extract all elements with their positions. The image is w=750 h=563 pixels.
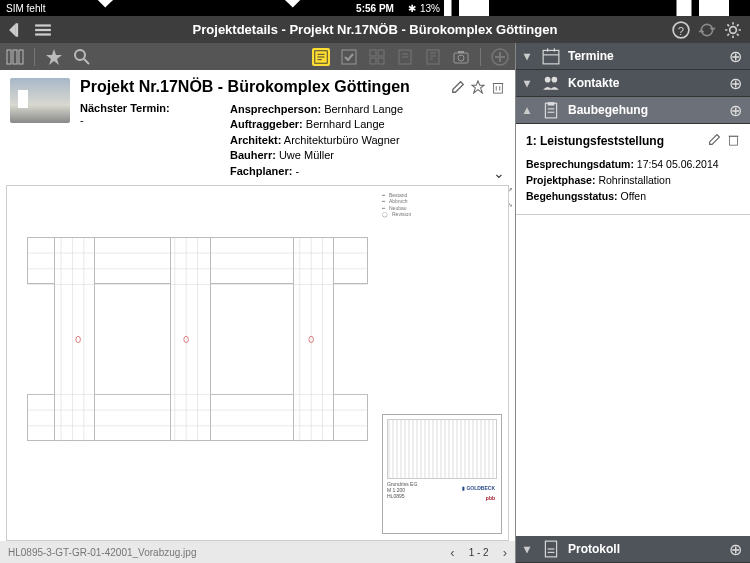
contacts-icon xyxy=(542,74,560,92)
add-kontakt-icon[interactable]: ⊕ xyxy=(729,74,742,93)
add-begehung-icon[interactable]: ⊕ xyxy=(729,101,742,120)
expand-chevron-icon[interactable]: ⌄ xyxy=(493,165,505,181)
svg-rect-21 xyxy=(378,50,384,56)
tool-grid-icon[interactable] xyxy=(368,48,386,66)
svg-rect-11 xyxy=(13,50,17,64)
svg-point-60 xyxy=(545,77,551,83)
ios-status-bar: SIM fehlt 5:56 PM ✱ 13% xyxy=(0,0,750,16)
svg-point-53 xyxy=(76,336,81,342)
svg-line-14 xyxy=(84,59,89,64)
tool-camera-icon[interactable] xyxy=(452,48,470,66)
svg-rect-4 xyxy=(35,24,51,26)
plan-pager: HL0895-3-GT-GR-01-42001_Vorabzug.jpg ‹ 1… xyxy=(0,541,515,563)
tool-attach-icon[interactable] xyxy=(424,48,442,66)
project-title: Projekt Nr.17NÖB - Bürokomplex Göttingen xyxy=(80,78,445,96)
next-date-label: Nächster Termin: xyxy=(80,102,170,114)
delete-begehung-icon[interactable] xyxy=(727,132,740,150)
svg-rect-23 xyxy=(378,58,384,64)
section-kontakte[interactable]: ▾ Kontakte ⊕ xyxy=(516,70,750,97)
svg-rect-10 xyxy=(7,50,11,64)
section-termine[interactable]: ▾ Termine ⊕ xyxy=(516,43,750,70)
edit-icon[interactable] xyxy=(451,80,465,94)
svg-text:?: ? xyxy=(678,24,684,36)
svg-rect-19 xyxy=(342,50,356,64)
plan-legend: ━Bestand ━Abbruch ━Neubau ◯Revision xyxy=(382,192,502,272)
bluetooth-icon: ✱ xyxy=(408,3,416,14)
nav-back-icon[interactable] xyxy=(8,21,26,39)
star-icon[interactable] xyxy=(471,80,485,94)
project-info-panel: Projekt Nr.17NÖB - Bürokomplex Göttingen… xyxy=(0,70,515,183)
svg-rect-56 xyxy=(543,50,559,64)
carrier-text: SIM fehlt xyxy=(6,3,45,14)
svg-rect-63 xyxy=(548,102,555,105)
begehung-details: 1: Leistungsfeststellung Besprechungsdat… xyxy=(516,124,750,215)
plan-filename: HL0895-3-GT-GR-01-42001_Vorabzug.jpg xyxy=(8,547,440,558)
svg-rect-20 xyxy=(370,50,376,56)
svg-point-9 xyxy=(730,26,737,33)
page-title: Projektdetails - Projekt Nr.17NÖB - Büro… xyxy=(193,22,558,37)
svg-rect-12 xyxy=(19,50,23,64)
begehung-title: 1: Leistungsfeststellung xyxy=(526,134,702,148)
pager-prev-icon[interactable]: ‹ xyxy=(450,545,454,560)
svg-rect-27 xyxy=(427,50,439,64)
svg-rect-5 xyxy=(35,28,51,30)
section-protokoll[interactable]: ▾ Protokoll ⊕ xyxy=(516,536,750,563)
sync-icon[interactable] xyxy=(698,21,716,39)
calendar-icon xyxy=(542,47,560,65)
section-baubegehung[interactable]: ▴ Baubegehung ⊕ xyxy=(516,97,750,124)
app-header: Projektdetails - Projekt Nr.17NÖB - Büro… xyxy=(0,16,750,43)
document-icon xyxy=(542,540,560,558)
delete-icon[interactable] xyxy=(491,80,505,94)
chevron-up-icon: ▴ xyxy=(524,103,534,117)
pager-page: 1 - 2 xyxy=(469,547,489,558)
battery-percent: 13% xyxy=(420,3,440,14)
plan-titleblock: ▮ GOLDBECK pbb Grundriss EGM 1:200HL0895 xyxy=(382,414,502,534)
tool-note-icon[interactable] xyxy=(312,48,330,66)
svg-rect-66 xyxy=(729,136,737,145)
settings-icon[interactable] xyxy=(724,21,742,39)
tool-check-icon[interactable] xyxy=(340,48,358,66)
next-date-value: - xyxy=(80,114,84,126)
svg-rect-6 xyxy=(35,33,51,35)
chevron-down-icon: ▾ xyxy=(524,542,534,556)
chevron-down-icon: ▾ xyxy=(524,49,534,63)
plan-viewer[interactable]: ⤢ ⤡ xyxy=(0,183,515,541)
svg-rect-22 xyxy=(370,58,376,64)
project-thumbnail[interactable] xyxy=(10,78,70,123)
add-protokoll-icon[interactable]: ⊕ xyxy=(729,540,742,559)
add-termin-icon[interactable]: ⊕ xyxy=(729,47,742,66)
svg-point-29 xyxy=(458,55,464,61)
menu-icon[interactable] xyxy=(34,21,52,39)
chevron-down-icon: ▾ xyxy=(524,76,534,90)
pager-next-icon[interactable]: › xyxy=(503,545,507,560)
tool-doc-icon[interactable] xyxy=(396,48,414,66)
view-columns-icon[interactable] xyxy=(6,48,24,66)
search-icon[interactable] xyxy=(73,48,91,66)
svg-rect-34 xyxy=(494,84,503,94)
svg-rect-30 xyxy=(458,51,464,53)
add-icon[interactable] xyxy=(491,48,509,66)
plan-image[interactable]: ━Bestand ━Abbruch ━Neubau ◯Revision ▮ GO… xyxy=(6,185,509,541)
project-toolbar xyxy=(0,43,515,70)
svg-point-13 xyxy=(75,50,85,60)
clipboard-icon xyxy=(542,101,560,119)
help-icon[interactable]: ? xyxy=(672,21,690,39)
favorite-icon[interactable] xyxy=(45,48,63,66)
svg-point-61 xyxy=(552,77,558,83)
edit-begehung-icon[interactable] xyxy=(708,132,721,150)
svg-rect-3 xyxy=(16,23,18,37)
clock: 5:56 PM xyxy=(356,3,394,14)
